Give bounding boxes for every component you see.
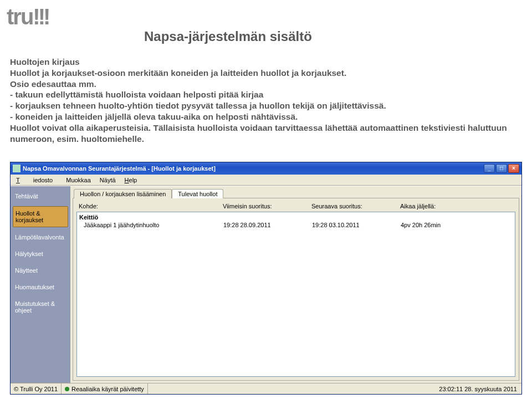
maximize-button[interactable]: □ <box>496 164 507 173</box>
menubar: Tiedosto Muokkaa Näytä Help <box>11 175 521 186</box>
tab-tulevat[interactable]: Tulevat huollot <box>172 189 223 198</box>
status-copyright: © Trulli Oy 2011 <box>11 383 62 394</box>
status-clock: 23:02:11 28. syyskuuta 2011 <box>434 386 521 392</box>
col-seuraava: Seuraava suoritus: <box>311 203 400 209</box>
body-line: Osio edesauttaa mm. <box>10 79 509 90</box>
sidebar-item-halytykset[interactable]: Hälytykset <box>13 247 68 260</box>
menu-nayta[interactable]: Näytä <box>95 176 120 185</box>
cell-viimeisin <box>223 214 312 221</box>
sidebar: Tehtävät Huollot & korjaukset Lämpötilav… <box>11 186 70 383</box>
cell-aikaa <box>401 214 513 221</box>
cell-kohde: Keittiö <box>79 214 223 221</box>
menu-tiedosto[interactable]: Tiedosto <box>12 176 62 185</box>
logo-text-b: !!! <box>33 4 48 29</box>
client-area: Tehtävät Huollot & korjaukset Lämpötilav… <box>11 186 521 383</box>
menu-muokkaa[interactable]: Muokkaa <box>62 176 95 185</box>
col-aikaa: Aikaa jäljellä: <box>400 203 515 209</box>
col-kohde: Kohde: <box>79 203 223 209</box>
app-icon <box>13 165 21 172</box>
body-line: Huollot voivat olla aikaperusteisia. Täl… <box>10 122 509 145</box>
column-headers: Kohde: Viimeisin suoritus: Seuraava suor… <box>76 202 515 212</box>
menu-label: iedosto <box>29 176 57 185</box>
list-group-header[interactable]: Keittiö <box>79 213 513 221</box>
list-row[interactable]: Jääkaappi 1 jäähdytinhuolto 19:28 28.09.… <box>79 221 513 229</box>
sidebar-item-muistutukset[interactable]: Muistutukset & ohjeet <box>13 297 68 317</box>
brand-logo: tru!!! <box>7 4 48 29</box>
body-line: Huoltojen kirjaus <box>10 57 509 68</box>
status-dot-icon <box>65 387 69 391</box>
cell-kohde: Jääkaappi 1 jäähdytinhuolto <box>79 222 223 228</box>
sidebar-item-tehtavat[interactable]: Tehtävät <box>13 190 68 203</box>
body-line: Huollot ja korjaukset-osioon merkitään k… <box>10 68 509 79</box>
main-panel: Huollon / korjauksen lisääminen Tulevat … <box>70 186 521 383</box>
tab-lisaaminen[interactable]: Huollon / korjauksen lisääminen <box>74 189 172 198</box>
page-title: Napsa-järjestelmän sisältö <box>144 29 312 44</box>
tab-page: Kohde: Viimeisin suoritus: Seuraava suor… <box>73 198 519 381</box>
close-button[interactable]: × <box>508 164 519 173</box>
cell-viimeisin: 19:28 28.09.2011 <box>223 222 312 228</box>
status-realtime: Reaaliaika käyrät päivitetty <box>62 383 148 394</box>
menu-help[interactable]: Help <box>120 176 142 185</box>
minimize-button[interactable]: _ <box>484 164 495 173</box>
body-line: - korjauksen tehneen huolto-yhtiön tiedo… <box>10 100 509 111</box>
status-realtime-label: Reaaliaika käyrät päivitetty <box>71 386 144 392</box>
list-box[interactable]: Keittiö Jääkaappi 1 jäähdytinhuolto 19:2… <box>76 212 515 377</box>
app-window: Napsa Omavalvonnan Seurantajärjestelmä -… <box>10 162 522 395</box>
cell-seuraava <box>312 214 401 221</box>
sidebar-item-lampotila[interactable]: Lämpötilavalvonta <box>13 231 68 244</box>
logo-text-a: tru <box>7 4 33 29</box>
tab-strip: Huollon / korjauksen lisääminen Tulevat … <box>74 188 519 198</box>
window-title: Napsa Omavalvonnan Seurantajärjestelmä -… <box>23 165 482 172</box>
sidebar-item-huollot[interactable]: Huollot & korjaukset <box>13 206 68 227</box>
sidebar-item-naytteet[interactable]: Näytteet <box>13 264 68 277</box>
col-viimeisin: Viimeisin suoritus: <box>223 203 311 209</box>
body-line: - koneiden ja laitteiden jäljellä oleva … <box>10 111 509 122</box>
description-block: Huoltojen kirjaus Huollot ja korjaukset-… <box>10 57 509 145</box>
body-line: - takuun edellyttämistä huolloista voida… <box>10 89 509 100</box>
cell-aikaa: 4pv 20h 26min <box>401 222 513 228</box>
status-bar: © Trulli Oy 2011 Reaaliaika käyrät päivi… <box>11 383 521 394</box>
sidebar-item-huomautukset[interactable]: Huomautukset <box>13 280 68 294</box>
window-buttons: _ □ × <box>484 164 519 173</box>
titlebar[interactable]: Napsa Omavalvonnan Seurantajärjestelmä -… <box>11 162 521 175</box>
cell-seuraava: 19:28 03.10.2011 <box>312 222 401 228</box>
